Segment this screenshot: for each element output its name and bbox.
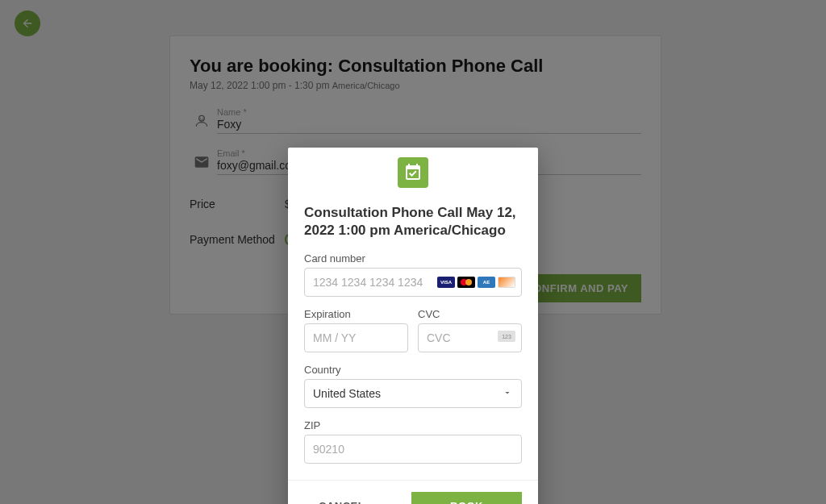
- discover-icon: [498, 277, 515, 288]
- book-button[interactable]: BOOK: [411, 492, 522, 504]
- expiration-label: Expiration: [304, 308, 408, 320]
- card-brands: VISA AE: [437, 277, 515, 288]
- payment-modal: Consultation Phone Call May 12, 2022 1:0…: [288, 148, 538, 504]
- calendar-check-icon: [398, 157, 428, 188]
- cvc-label: CVC: [418, 308, 522, 320]
- zip-label: ZIP: [304, 419, 522, 431]
- cancel-button[interactable]: CANCEL: [304, 492, 379, 504]
- modal-title: Consultation Phone Call May 12, 2022 1:0…: [304, 204, 522, 240]
- visa-icon: VISA: [437, 277, 455, 288]
- zip-input[interactable]: [304, 435, 522, 464]
- amex-icon: AE: [478, 277, 495, 288]
- country-select[interactable]: United States: [304, 379, 522, 408]
- country-label: Country: [304, 364, 522, 376]
- expiration-input[interactable]: [304, 323, 408, 352]
- card-number-label: Card number: [304, 252, 522, 264]
- cvc-card-icon: 123: [498, 331, 515, 342]
- mastercard-icon: [457, 277, 475, 288]
